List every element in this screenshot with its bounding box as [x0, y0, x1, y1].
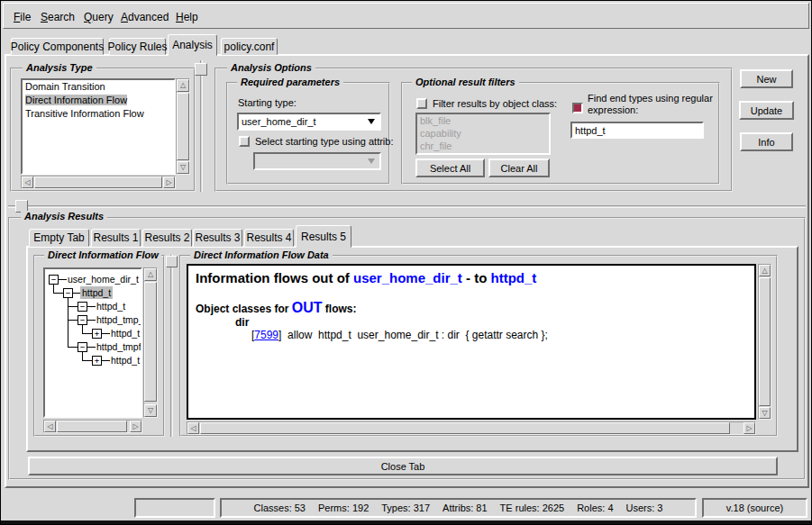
sash-handle[interactable] — [195, 63, 207, 76]
result-tab-2[interactable]: Results 2 — [142, 229, 192, 247]
scroll-thumb[interactable] — [177, 93, 189, 160]
filter-class-label: Filter results by object class: — [433, 98, 557, 110]
regex-input[interactable] — [570, 122, 704, 139]
tree-item-label[interactable]: httpd_tmp_t — [95, 313, 142, 326]
status-stats: Classes: 53 Perms: 192 Types: 317 Attrib… — [220, 498, 697, 518]
scroll-right-icon[interactable]: ▷ — [744, 422, 755, 434]
starting-type-combobox[interactable]: user_home_dir_t — [237, 113, 381, 131]
stat-types: Types: 317 — [381, 502, 430, 513]
flow-tree-label: Direct Information Flow T — [44, 249, 161, 260]
clear-all-button[interactable]: Clear All — [488, 158, 550, 177]
tree-connector — [68, 347, 78, 348]
apol-window: File Search Query Advanced Help Policy C… — [0, 0, 812, 525]
menu-help[interactable]: Help — [176, 11, 198, 23]
starting-type-value: user_home_dir_t — [239, 116, 368, 127]
menu-query[interactable]: Query — [84, 11, 114, 23]
tree-expand-icon[interactable]: − — [63, 288, 73, 298]
tree-connector — [82, 360, 92, 361]
tree-item-label[interactable]: httpd_tmpfs_t — [95, 340, 142, 353]
scroll-down-icon[interactable]: ▽ — [759, 407, 771, 419]
tree-expand-icon[interactable]: + — [92, 356, 102, 366]
scroll-left-icon[interactable]: ◁ — [44, 421, 56, 432]
info-button[interactable]: Info — [740, 132, 793, 151]
menu-advanced[interactable]: Advanced — [121, 11, 169, 23]
tab-analysis[interactable]: Analysis — [168, 34, 217, 56]
scroll-down-icon[interactable]: ▽ — [144, 404, 157, 417]
scroll-thumb[interactable] — [34, 177, 162, 188]
tree-hscrollbar[interactable]: ◁ ▷ — [43, 420, 142, 433]
tab-policy-conf[interactable]: policy.conf — [221, 38, 278, 55]
tree-connector — [68, 306, 78, 307]
dropdown-arrow-icon — [368, 158, 375, 164]
data-vscrollbar[interactable]: △ ▽ — [758, 264, 771, 420]
tree-expand-icon[interactable]: + — [92, 329, 102, 339]
analysis-type-hscrollbar[interactable]: ◁ ▷ — [21, 176, 176, 189]
update-button[interactable]: Update — [739, 101, 794, 120]
flow-subheading: Object classes for OUT flows: — [196, 301, 747, 316]
object-class-listbox: blk_file capability chr_file — [415, 113, 551, 155]
tree-vscrollbar[interactable]: △ ▽ — [143, 267, 158, 418]
stat-te-rules: TE rules: 2625 — [500, 502, 565, 513]
scroll-right-icon[interactable]: ▷ — [130, 421, 141, 432]
menu-search[interactable]: Search — [41, 11, 75, 23]
result-tab-1[interactable]: Results 1 — [91, 229, 141, 247]
scroll-up-icon[interactable]: △ — [144, 268, 157, 281]
tab-policy-rules[interactable]: Policy Rules — [109, 38, 166, 55]
regex-checkbox[interactable] — [572, 103, 583, 113]
new-button[interactable]: New — [740, 69, 793, 88]
analysis-type-listbox[interactable]: Domain Transition Direct Information Flo… — [21, 78, 176, 175]
scroll-up-icon[interactable]: △ — [759, 265, 771, 276]
tree-item-label[interactable]: httpd_t — [80, 286, 113, 299]
list-item: capability — [417, 127, 549, 140]
result-tab-3[interactable]: Results 3 — [193, 229, 242, 247]
attrib-combobox — [253, 152, 381, 170]
analysis-options-label: Analysis Options — [227, 62, 315, 73]
tree-item-label[interactable]: httpd_t — [109, 354, 141, 367]
tab-policy-components[interactable]: Policy Components — [11, 38, 104, 55]
tree-connector — [53, 293, 63, 294]
tree-item-label[interactable]: httpd_t — [109, 327, 141, 339]
scroll-thumb[interactable] — [144, 282, 157, 402]
attrib-checkbox[interactable] — [239, 136, 250, 147]
data-hscrollbar[interactable]: ◁ ▷ — [187, 421, 756, 435]
filter-class-checkbox[interactable] — [416, 98, 427, 109]
pane-sash-horizontal[interactable] — [8, 205, 806, 208]
pane-sash-vertical[interactable] — [200, 60, 203, 192]
scroll-thumb[interactable] — [759, 277, 771, 406]
rule-id-link[interactable]: 7599 — [254, 329, 278, 341]
scroll-left-icon[interactable]: ◁ — [22, 177, 33, 188]
result-tab-4[interactable]: Results 4 — [244, 229, 294, 247]
result-tab-empty[interactable]: Empty Tab — [29, 229, 89, 247]
window-bottom-edge — [1, 520, 812, 525]
scroll-thumb[interactable] — [200, 422, 730, 434]
select-all-button[interactable]: Select All — [415, 158, 485, 177]
tree-expand-icon[interactable]: − — [78, 315, 87, 325]
tree-expand-icon[interactable]: − — [78, 342, 87, 352]
list-item: blk_file — [417, 114, 549, 127]
list-item[interactable]: Transitive Information Flow — [23, 107, 174, 121]
flow-tree[interactable]: − − − − + − + user_home_dir_t httpd_t ht… — [43, 267, 142, 418]
list-item[interactable]: Domain Transition — [23, 80, 174, 94]
flow-data-text[interactable]: Information flows out of user_home_dir_t… — [187, 264, 756, 420]
pane-sash-vertical[interactable] — [170, 255, 173, 437]
tree-expand-icon[interactable]: − — [78, 302, 87, 312]
scroll-right-icon[interactable]: ▷ — [163, 177, 175, 188]
dropdown-arrow-icon[interactable] — [368, 119, 375, 124]
tree-item-label[interactable]: user_home_dir_t — [66, 273, 141, 285]
tree-item-label[interactable]: httpd_t — [95, 300, 127, 312]
list-item[interactable]: Direct Information Flow — [23, 94, 174, 107]
stat-classes: Classes: 53 — [254, 502, 306, 513]
list-item: chr_file — [417, 140, 549, 152]
scroll-thumb[interactable] — [57, 421, 127, 432]
sash-handle[interactable] — [166, 256, 178, 267]
menu-file[interactable]: File — [14, 11, 31, 23]
tree-expand-icon[interactable]: − — [49, 275, 59, 285]
flow-heading: Information flows out of user_home_dir_t… — [196, 270, 747, 286]
result-tab-5[interactable]: Results 5 — [296, 225, 351, 248]
scroll-down-icon[interactable]: ▽ — [177, 161, 189, 174]
optional-filters-label: Optional result filters — [412, 77, 519, 87]
scroll-up-icon[interactable]: △ — [177, 79, 189, 92]
close-tab-button[interactable]: Close Tab — [28, 457, 778, 475]
scroll-left-icon[interactable]: ◁ — [187, 422, 199, 434]
analysis-type-vscrollbar[interactable]: △ ▽ — [176, 78, 190, 175]
